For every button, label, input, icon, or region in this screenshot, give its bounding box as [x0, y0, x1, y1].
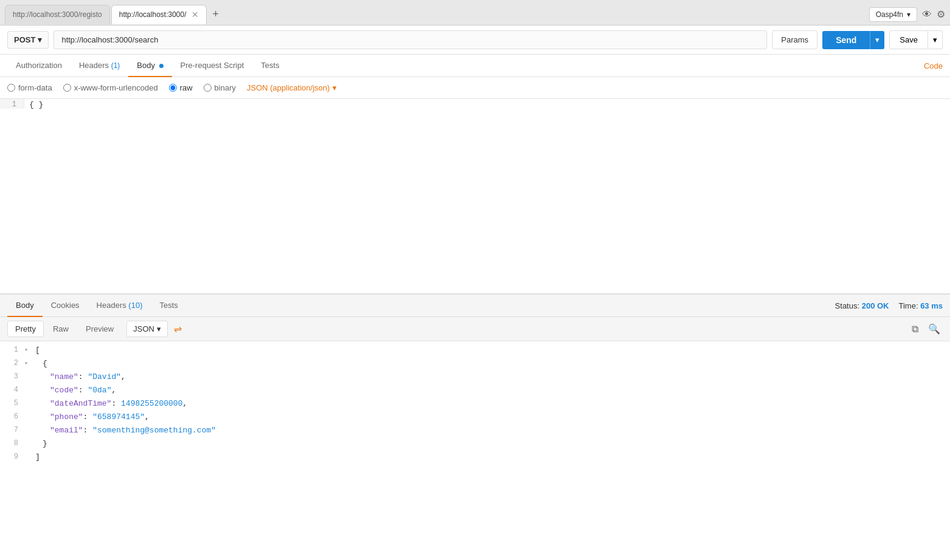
response-json: 1 ▾ [ 2 ▾ { 3 "name": "David", 4 "code":… — [0, 341, 950, 560]
line-number-1: 1 — [0, 99, 24, 109]
request-tabs: Authorization Headers (1) Body Pre-reque… — [0, 55, 950, 77]
resp-tab-body[interactable]: Body — [7, 295, 43, 317]
json-line-1: 1 ▾ [ — [0, 344, 950, 357]
code-editor[interactable]: 1 { } — [0, 99, 950, 293]
add-tab-button[interactable]: + — [208, 8, 224, 21]
tab-authorization[interactable]: Authorization — [7, 55, 71, 77]
json-line-3: 3 "name": "David", — [0, 370, 950, 384]
code-link[interactable]: Code — [924, 61, 943, 70]
resp-tab-cookies[interactable]: Cookies — [43, 295, 88, 317]
view-raw-button[interactable]: Raw — [45, 321, 77, 337]
resp-format-select[interactable]: JSON ▾ — [126, 321, 168, 337]
response-toolbar-right: ⧉ 🔍 — [909, 321, 943, 337]
send-dropdown-button[interactable]: ▾ — [870, 31, 884, 49]
tab-tests[interactable]: Tests — [252, 55, 287, 77]
tab-close-icon[interactable]: ✕ — [191, 10, 199, 19]
save-button-group: Save ▾ — [889, 30, 943, 49]
send-button-group: Send ▾ — [822, 31, 884, 49]
browser-profile[interactable]: Oasp4fn ▾ — [869, 7, 917, 22]
tab-2-label: http://localhost:3000/ — [119, 10, 187, 19]
wrap-lines-icon[interactable]: ⇌ — [174, 323, 182, 335]
tab-body[interactable]: Body — [128, 55, 171, 77]
tab-headers[interactable]: Headers (1) — [71, 55, 128, 77]
eye-icon[interactable]: 👁 — [922, 9, 932, 20]
json-line-6: 6 "phone": "658974145", — [0, 411, 950, 424]
browser-tabs: http://localhost:3000/registo http://loc… — [0, 0, 950, 26]
save-dropdown-button[interactable]: ▾ — [928, 30, 943, 49]
json-line-8: 8 } — [0, 437, 950, 451]
body-option-binary[interactable]: binary — [204, 83, 236, 92]
tab-prerequest[interactable]: Pre-request Script — [172, 55, 253, 77]
json-line-5: 5 "dateAndTime": 1498255200000, — [0, 397, 950, 411]
browser-tab-1[interactable]: http://localhost:3000/registo — [5, 5, 110, 24]
gear-icon[interactable]: ⚙ — [937, 9, 945, 20]
view-preview-button[interactable]: Preview — [78, 321, 122, 337]
copy-button[interactable]: ⧉ — [909, 321, 921, 337]
resp-tab-headers[interactable]: Headers (10) — [88, 295, 151, 317]
body-option-urlencoded[interactable]: x-www-form-urlencoded — [63, 83, 158, 92]
search-button[interactable]: 🔍 — [926, 321, 943, 337]
response-body-toolbar: Pretty Raw Preview JSON ▾ ⇌ ⧉ 🔍 — [0, 317, 950, 341]
body-dot — [159, 64, 163, 68]
tab-1-label: http://localhost:3000/registo — [13, 10, 102, 19]
method-select[interactable]: POST ▾ — [7, 31, 49, 49]
url-input[interactable] — [53, 30, 767, 49]
time-label: Time: 63 ms — [898, 301, 943, 310]
resp-format-arrow-icon: ▾ — [157, 324, 161, 333]
response-tabs-bar: Body Cookies Headers (10) Tests Status: … — [0, 295, 950, 317]
status-value: 200 OK — [862, 301, 889, 310]
json-line-7: 7 "email": "somenthing@something.com" — [0, 424, 950, 437]
save-button[interactable]: Save — [889, 30, 928, 49]
status-label: Status: 200 OK — [835, 301, 889, 310]
line-content-1: { } — [24, 99, 48, 111]
body-option-raw[interactable]: raw — [169, 83, 193, 92]
resp-format-label: JSON — [133, 324, 154, 333]
json-line-2: 2 ▾ { — [0, 357, 950, 370]
json-line-4: 4 "code": "0da", — [0, 384, 950, 397]
params-button[interactable]: Params — [772, 30, 817, 49]
body-option-formdata[interactable]: form-data — [7, 83, 52, 92]
url-bar: POST ▾ Params Send ▾ Save ▾ — [0, 26, 950, 55]
json-line-9: 9 ] — [0, 451, 950, 464]
editor-line-1: 1 { } — [0, 99, 950, 112]
json-type-label: JSON (application/json) — [247, 83, 330, 92]
json-type-select[interactable]: JSON (application/json) ▾ — [247, 83, 337, 92]
time-value: 63 ms — [920, 301, 943, 310]
method-arrow-icon: ▾ — [38, 35, 42, 44]
browser-right-controls: Oasp4fn ▾ 👁 ⚙ — [869, 7, 945, 22]
resp-tab-tests[interactable]: Tests — [151, 295, 186, 317]
view-pretty-button[interactable]: Pretty — [7, 321, 44, 337]
response-status: Status: 200 OK Time: 63 ms — [835, 301, 943, 310]
postman-app: POST ▾ Params Send ▾ Save ▾ Authorizatio… — [0, 26, 950, 560]
method-label: POST — [14, 35, 35, 44]
body-options: form-data x-www-form-urlencoded raw bina… — [0, 77, 950, 99]
send-button[interactable]: Send — [822, 31, 870, 49]
profile-name: Oasp4fn — [876, 10, 903, 19]
profile-arrow-icon: ▾ — [907, 10, 910, 19]
json-type-arrow-icon: ▾ — [332, 83, 337, 92]
response-section: Body Cookies Headers (10) Tests Status: … — [0, 293, 950, 560]
browser-tab-2[interactable]: http://localhost:3000/ ✕ — [111, 5, 207, 24]
